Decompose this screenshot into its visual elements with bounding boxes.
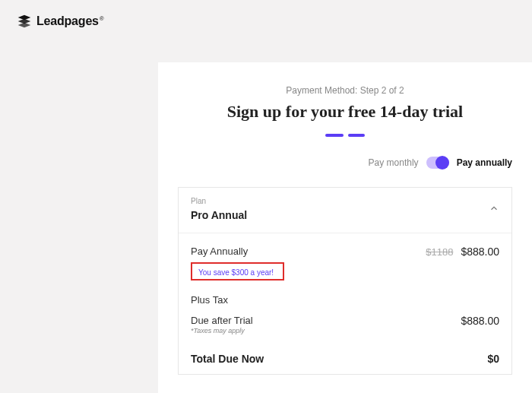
total-value: $0	[487, 353, 499, 365]
total-row: Total Due Now $0	[191, 344, 499, 374]
due-after-trial-value: $888.00	[461, 315, 499, 327]
row-label: Plus Tax	[191, 294, 228, 306]
row-label: Due after Trial	[191, 315, 253, 326]
plan-field-label: Plan	[191, 197, 247, 205]
billing-toggle-switch[interactable]	[426, 157, 449, 169]
savings-highlight: You save $300 a year!	[191, 262, 499, 280]
pay-monthly-label[interactable]: Pay monthly	[369, 157, 419, 168]
total-label: Total Due Now	[191, 353, 264, 365]
billing-toggle-row: Pay monthly Pay annually	[178, 157, 512, 169]
plan-box: Plan Pro Annual Pay Annually $1188 $888.…	[178, 187, 512, 375]
savings-text: You save $300 a year!	[198, 268, 274, 277]
row-label: Pay Annually	[191, 246, 248, 257]
taxes-note: *Taxes may apply	[191, 327, 253, 334]
page-title: Sign up for your free 14-day trial	[178, 102, 512, 122]
original-price: $1188	[426, 246, 453, 258]
brand-name: Leadpages®	[36, 14, 104, 28]
plan-selector[interactable]: Plan Pro Annual	[179, 188, 511, 233]
plus-tax-row: Plus Tax	[191, 285, 499, 315]
progress-bar	[178, 134, 512, 137]
plan-body: Pay Annually $1188 $888.00 You save $300…	[179, 233, 511, 374]
current-price: $888.00	[461, 246, 499, 258]
chevron-up-icon	[489, 203, 499, 216]
plan-name: Pro Annual	[191, 209, 247, 221]
app-header: Leadpages®	[0, 0, 532, 36]
progress-segment	[325, 134, 344, 137]
leadpages-logo-icon	[17, 14, 32, 29]
progress-segment	[348, 134, 365, 137]
checkout-card: Payment Method: Step 2 of 2 Sign up for …	[158, 62, 532, 393]
pay-annually-label[interactable]: Pay annually	[457, 157, 512, 168]
due-after-trial-row: Due after Trial *Taxes may apply $888.00	[191, 315, 499, 344]
step-indicator: Payment Method: Step 2 of 2	[178, 85, 512, 96]
registered-mark-icon: ®	[100, 15, 104, 22]
